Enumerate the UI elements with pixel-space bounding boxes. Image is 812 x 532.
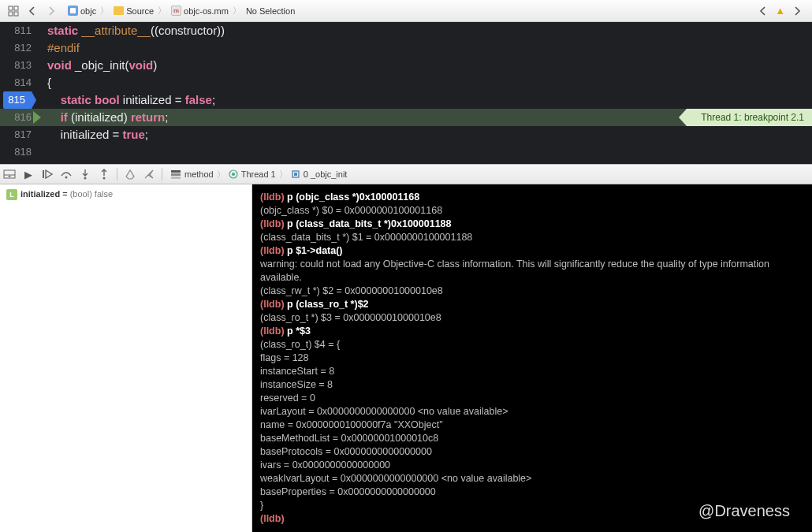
variables-pane[interactable]: Linitialized = (bool) false <box>0 184 252 532</box>
warning-icon[interactable]: ▲ <box>775 5 785 17</box>
lldb-output-line: weakIvarLayout = 0x0000000000000000 <no … <box>260 472 804 485</box>
gutter-line[interactable]: 818 <box>0 143 32 161</box>
code-line[interactable]: static __attribute__((constructor)) <box>0 22 812 39</box>
gutter-line[interactable]: 814 <box>0 74 32 91</box>
thread-icon <box>229 169 238 179</box>
lldb-output-line: baseProperties = 0x0000000000000000 <box>260 485 804 499</box>
debug-crumb-1: Thread 1 <box>241 169 276 179</box>
lldb-output-line: instanceSize = 8 <box>260 378 804 392</box>
project-icon <box>68 6 78 16</box>
file-icon: m <box>171 6 181 16</box>
lldb-output-line: ivars = 0x0000000000000000 <box>260 459 804 472</box>
gutter-line[interactable]: 815 <box>3 91 32 109</box>
svg-rect-10 <box>171 170 181 173</box>
gutter-line[interactable]: 816 <box>0 109 32 126</box>
svg-rect-2 <box>9 12 13 16</box>
code-line[interactable]: { <box>0 74 812 91</box>
svg-rect-6 <box>43 170 44 178</box>
debug-crumb-2: 0 _objc_init <box>304 169 348 179</box>
back-button[interactable] <box>24 3 41 19</box>
watermark: @Draveness <box>698 504 790 518</box>
svg-rect-0 <box>9 6 13 10</box>
debug-breadcrumb[interactable]: method〉 Thread 1〉 0 _objc_init <box>166 169 347 180</box>
lldb-console[interactable]: (lldb) p (objc_class *)0x100001168(objc_… <box>252 184 812 532</box>
continue-button[interactable] <box>38 166 57 183</box>
lldb-prompt-line: (lldb) p $1->data() <box>260 244 804 258</box>
gutter-line[interactable]: 813 <box>0 57 32 74</box>
jump-bar: objc〉 Source〉 mobjc-os.mm〉 No Selection … <box>0 0 812 22</box>
lldb-output-line: (class_ro_t *) $3 = 0x00000001000010e8 <box>260 311 804 325</box>
code-editor[interactable]: 811812813814815816817818 static __attrib… <box>0 22 812 164</box>
forward-button[interactable] <box>43 3 60 19</box>
debug-crumb-0: method <box>184 169 214 179</box>
gutter-line[interactable]: 811 <box>0 22 32 39</box>
back-button-right[interactable] <box>754 3 772 19</box>
lldb-output-line: (objc_class *) $0 = 0x0000000100001168 <box>260 204 804 218</box>
lldb-prompt-line: (lldb) p (class_ro_t *)$2 <box>260 298 804 311</box>
simulate-location-button[interactable] <box>140 166 158 183</box>
lldb-output-line: ivarLayout = 0x0000000000000000 <no valu… <box>260 405 804 419</box>
crumb-selection: No Selection <box>246 6 295 16</box>
related-items-button[interactable] <box>5 3 22 19</box>
lldb-prompt-line: (lldb) p (objc_class *)0x100001168 <box>260 191 804 204</box>
frame-icon <box>291 169 300 179</box>
svg-rect-1 <box>14 6 18 10</box>
svg-rect-16 <box>294 173 297 176</box>
lldb-output-line: name = 0x0000000100000f7a "XXObject" <box>260 419 804 432</box>
lldb-output-line: reserved = 0 <box>260 392 804 405</box>
code-line[interactable]: initialized = true; <box>0 126 812 143</box>
crumb-folder: Source <box>126 6 154 16</box>
code-line[interactable]: static bool initialized = false; <box>0 91 812 109</box>
svg-rect-12 <box>171 177 181 179</box>
svg-rect-3 <box>14 12 18 16</box>
lldb-output-line: baseMethodList = 0x00000001000010c8 <box>260 432 804 445</box>
gutter-line[interactable]: 812 <box>0 39 32 57</box>
lldb-output-line: flags = 128 <box>260 352 804 365</box>
lldb-output-line: baseProtocols = 0x0000000000000000 <box>260 445 804 459</box>
variable-row[interactable]: Linitialized = (bool) false <box>6 189 245 200</box>
lldb-prompt-line: (lldb) p (class_data_bits_t *)0x10000118… <box>260 218 804 231</box>
step-over-button[interactable] <box>57 166 76 183</box>
step-in-button[interactable] <box>76 166 95 183</box>
lldb-output-line: (class_data_bits_t *) $1 = 0x00000001000… <box>260 231 804 244</box>
svg-point-9 <box>103 177 106 180</box>
stack-icon <box>170 169 181 179</box>
debug-toolbar: ▶ method〉 Thread 1〉 0 _objc_init <box>0 164 812 184</box>
crumb-file: objc-os.mm <box>184 6 229 16</box>
code-line[interactable]: void _objc_init(void) <box>0 57 812 74</box>
lldb-output-line: (class_rw_t *) $2 = 0x00000001000010e8 <box>260 285 804 298</box>
svg-rect-11 <box>171 173 181 176</box>
lldb-output-line: warning: could not load any Objective-C … <box>260 258 804 285</box>
gutter-line[interactable]: 817 <box>0 126 32 143</box>
hide-debug-button[interactable] <box>0 166 19 183</box>
lldb-output-line: instanceStart = 8 <box>260 365 804 378</box>
folder-icon <box>114 6 124 15</box>
svg-point-7 <box>65 177 68 179</box>
debug-view-hierarchy-button[interactable] <box>121 166 140 183</box>
code-line[interactable]: #endif <box>0 39 812 57</box>
crumb-project: objc <box>80 6 96 16</box>
step-out-button[interactable] <box>95 166 114 183</box>
debug-area: Linitialized = (bool) false (lldb) p (ob… <box>0 184 812 532</box>
svg-point-14 <box>232 173 235 176</box>
breakpoint-annotation[interactable]: Thread 1: breakpoint 2.1 <box>687 109 812 126</box>
code-line[interactable] <box>0 143 812 161</box>
forward-button-right[interactable] <box>788 3 806 19</box>
lldb-output-line: (class_ro_t) $4 = { <box>260 338 804 352</box>
local-var-icon: L <box>6 189 17 200</box>
svg-point-8 <box>84 177 87 180</box>
lldb-prompt-line: (lldb) p *$3 <box>260 325 804 338</box>
gutter[interactable]: 811812813814815816817818 <box>0 22 38 161</box>
breadcrumb[interactable]: objc〉 Source〉 mobjc-os.mm〉 No Selection <box>65 5 748 17</box>
breakpoints-toggle[interactable]: ▶ <box>19 166 38 183</box>
